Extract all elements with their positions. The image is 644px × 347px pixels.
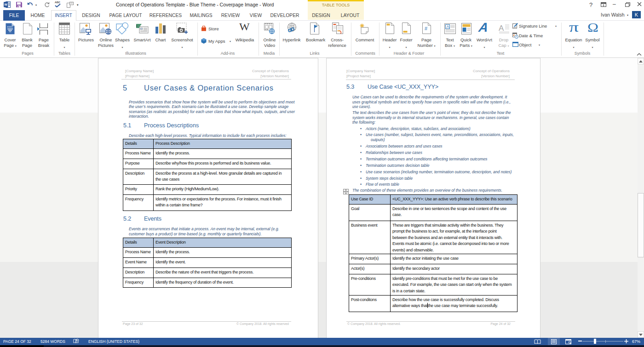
- svg-text:A: A: [447, 24, 449, 29]
- svg-text:#: #: [425, 26, 428, 31]
- svg-text:A: A: [499, 24, 504, 33]
